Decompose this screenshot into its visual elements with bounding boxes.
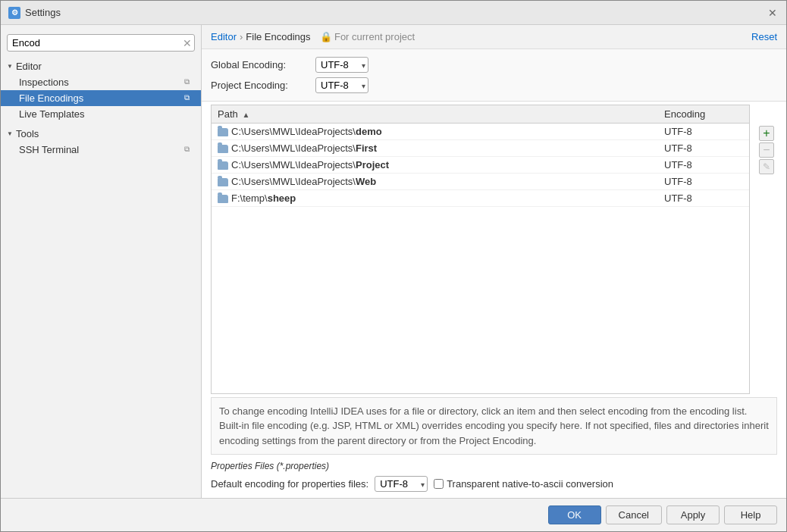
path-cell: C:\Users\MWL\IdeaProjects\First (212, 140, 658, 157)
properties-encoding-dropdown-wrapper: UTF-8 (375, 476, 428, 492)
table-side-buttons: + − ✎ (759, 105, 777, 394)
global-encoding-row: Global Encoding: UTF-8 (211, 57, 777, 73)
right-panel: Editor › File Encodings 🔒 For current pr… (202, 25, 786, 498)
encoding-cell: UTF-8 (658, 190, 749, 207)
path-text: F:\temp\sheep (231, 192, 296, 204)
inspections-label: Inspections (19, 77, 69, 88)
search-field-wrapper: ✕ (7, 34, 195, 52)
folder-icon (218, 195, 228, 203)
encoding-cell: UTF-8 (658, 157, 749, 174)
path-text: C:\Users\MWL\IdeaProjects\First (231, 142, 377, 154)
global-encoding-dropdown-wrapper: UTF-8 (315, 57, 368, 73)
file-encodings-label: File Encodings (19, 92, 83, 104)
bottom-bar: OK Cancel Apply Help (1, 498, 786, 531)
table-scroll[interactable]: Path ▲ Encoding C:\Users\MWL\IdeaProject… (211, 105, 750, 394)
ok-button[interactable]: OK (548, 505, 601, 524)
copy-icon-ssh: ⧉ (184, 145, 195, 155)
sort-arrow-icon: ▲ (242, 111, 249, 119)
encoding-column-header[interactable]: Encoding (658, 105, 749, 124)
encoding-cell: UTF-8 (658, 140, 749, 157)
sidebar: ✕ ▼ Editor Inspections ⧉ File Encodings … (1, 25, 202, 498)
folder-icon (218, 145, 228, 153)
breadcrumb-current: File Encodings (246, 31, 310, 42)
project-encoding-row: Project Encoding: UTF-8 (211, 77, 777, 93)
tools-group-header[interactable]: ▼ Tools (1, 125, 201, 142)
tools-label: Tools (16, 128, 39, 139)
live-templates-label: Live Templates (19, 108, 84, 120)
editor-group-header[interactable]: ▼ Editor (1, 58, 201, 74)
breadcrumb-separator: › (240, 31, 243, 42)
copy-icon-encodings: ⧉ (184, 93, 195, 104)
title-bar: ⚙ Settings ✕ (1, 1, 786, 25)
editor-label: Editor (16, 61, 42, 72)
path-text: C:\Users\MWL\IdeaProjects\Project (231, 159, 389, 171)
table-row[interactable]: C:\Users\MWL\IdeaProjects\WebUTF-8 (212, 174, 749, 190)
title-bar-left: ⚙ Settings (8, 7, 61, 19)
info-text: To change encoding IntelliJ IDEA uses fo… (219, 405, 769, 446)
main-content: ✕ ▼ Editor Inspections ⧉ File Encodings … (1, 25, 786, 498)
settings-window: ⚙ Settings ✕ ✕ ▼ Editor Inspections (0, 0, 787, 532)
panel-header: Editor › File Encodings 🔒 For current pr… (202, 25, 786, 49)
properties-section: Properties Files (*.properties) Default … (211, 461, 777, 498)
expand-icon: ▼ (7, 63, 13, 70)
properties-encoding-dropdown[interactable]: UTF-8 (375, 476, 428, 492)
add-row-button[interactable]: + (759, 126, 774, 141)
path-column-header[interactable]: Path ▲ (212, 105, 658, 124)
project-encoding-dropdown[interactable]: UTF-8 (315, 77, 368, 93)
encoding-form: Global Encoding: UTF-8 Project Encoding:… (202, 49, 786, 102)
copy-icon-inspections: ⧉ (184, 77, 195, 88)
app-icon: ⚙ (8, 7, 20, 19)
clear-search-icon[interactable]: ✕ (183, 37, 192, 49)
table-row[interactable]: C:\Users\MWL\IdeaProjects\FirstUTF-8 (212, 140, 749, 157)
table-row[interactable]: F:\temp\sheepUTF-8 (212, 190, 749, 207)
properties-title: Properties Files (*.properties) (211, 461, 777, 471)
reset-button[interactable]: Reset (751, 31, 777, 42)
cancel-button[interactable]: Cancel (606, 505, 662, 524)
sidebar-item-ssh-terminal[interactable]: SSH Terminal ⧉ (1, 142, 201, 158)
properties-row: Default encoding for properties files: U… (211, 476, 777, 492)
sidebar-item-file-encodings[interactable]: File Encodings ⧉ (1, 90, 201, 106)
table-wrapper: Path ▲ Encoding C:\Users\MWL\IdeaProject… (202, 105, 786, 394)
lock-icon: 🔒 (320, 31, 332, 42)
global-encoding-dropdown[interactable]: UTF-8 (315, 57, 368, 73)
path-cell: C:\Users\MWL\IdeaProjects\Web (212, 174, 658, 190)
remove-row-button[interactable]: − (759, 142, 774, 158)
path-text: C:\Users\MWL\IdeaProjects\Web (231, 176, 376, 187)
global-encoding-label: Global Encoding: (211, 59, 309, 70)
help-button[interactable]: Help (724, 505, 777, 524)
ssh-terminal-label: SSH Terminal (19, 144, 79, 155)
table-row[interactable]: C:\Users\MWL\IdeaProjects\ProjectUTF-8 (212, 157, 749, 174)
path-cell: C:\Users\MWL\IdeaProjects\demo (212, 124, 658, 140)
breadcrumb: Editor › File Encodings 🔒 For current pr… (211, 31, 415, 42)
path-text: C:\Users\MWL\IdeaProjects\demo (231, 126, 382, 137)
sidebar-item-inspections[interactable]: Inspections ⧉ (1, 74, 201, 90)
search-input[interactable] (7, 34, 195, 52)
file-encodings-table: Path ▲ Encoding C:\Users\MWL\IdeaProject… (212, 105, 749, 207)
for-project-label: 🔒 For current project (320, 31, 415, 42)
sidebar-item-live-templates[interactable]: Live Templates (1, 106, 201, 122)
window-title: Settings (25, 7, 61, 18)
tools-expand-icon: ▼ (7, 130, 13, 137)
folder-icon (218, 161, 228, 170)
info-box: To change encoding IntelliJ IDEA uses fo… (211, 397, 777, 455)
native-to-ascii-label: Transparent native-to-ascii conversion (447, 478, 613, 490)
encoding-cell: UTF-8 (658, 174, 749, 190)
project-encoding-label: Project Encoding: (211, 80, 309, 91)
search-wrapper: ✕ (1, 31, 201, 58)
apply-button[interactable]: Apply (666, 505, 720, 524)
project-encoding-dropdown-wrapper: UTF-8 (315, 77, 368, 93)
folder-icon (218, 128, 228, 136)
breadcrumb-editor[interactable]: Editor (211, 31, 237, 42)
native-to-ascii-checkbox[interactable] (434, 479, 444, 489)
table-row[interactable]: C:\Users\MWL\IdeaProjects\demoUTF-8 (212, 124, 749, 140)
native-to-ascii-checkbox-wrapper: Transparent native-to-ascii conversion (434, 478, 613, 490)
path-cell: C:\Users\MWL\IdeaProjects\Project (212, 157, 658, 174)
edit-row-button[interactable]: ✎ (759, 159, 774, 174)
folder-icon (218, 178, 228, 186)
properties-encoding-label: Default encoding for properties files: (211, 478, 368, 490)
encoding-cell: UTF-8 (658, 124, 749, 140)
path-cell: F:\temp\sheep (212, 190, 658, 207)
close-button[interactable]: ✕ (767, 7, 779, 19)
